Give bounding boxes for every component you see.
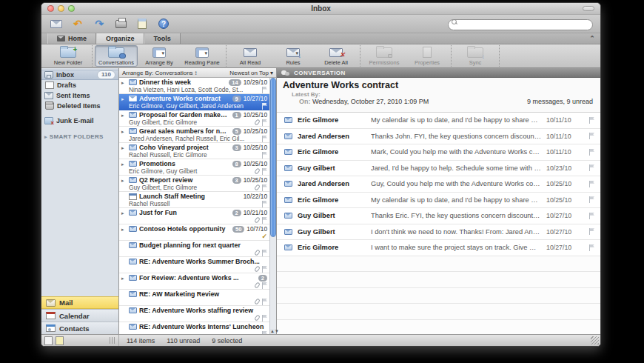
flag-icon[interactable]: [261, 119, 267, 126]
list-item[interactable]: ▸Contoso Hotels opportunity5010/7/10 ✓: [119, 224, 269, 241]
all-read-button[interactable]: All Read: [229, 45, 272, 67]
help-button[interactable]: ?: [156, 17, 171, 30]
flag-icon[interactable]: [261, 136, 267, 142]
list-item[interactable]: ▸Just for Fun210/21/10: [119, 208, 269, 224]
disclosure-icon[interactable]: ▸: [121, 276, 127, 281]
flag-icon[interactable]: [261, 184, 267, 191]
flag-icon[interactable]: [261, 217, 267, 224]
conversation-message-row[interactable]: Eric Gilmore I want to make sure the pro…: [277, 240, 600, 256]
list-item[interactable]: RE: AW Marketing Review: [119, 290, 269, 306]
flag-icon[interactable]: [261, 266, 267, 273]
flag-icon[interactable]: [261, 250, 267, 256]
print-button[interactable]: [113, 17, 128, 30]
list-item[interactable]: Launch Staff Meeting10/22/10 Rachel Russ…: [119, 192, 269, 208]
sidebar-item-inbox[interactable]: Inbox 110: [41, 70, 118, 80]
list-item[interactable]: ▸Dinner this week1410/29/10 Nina Vietzen…: [119, 78, 269, 94]
list-item[interactable]: ▸For Review: Adventure Works ...2: [119, 273, 269, 290]
disclosure-icon[interactable]: ▸: [121, 145, 127, 150]
conversation-message-row[interactable]: Jared Andersen Guy, Could you help me wi…: [277, 176, 600, 193]
properties-button[interactable]: Properties: [406, 45, 449, 67]
flag-icon[interactable]: [588, 164, 594, 171]
nav-mail-button[interactable]: Mail: [41, 296, 118, 309]
nav-contacts-button[interactable]: Contacts: [41, 322, 118, 334]
sidebar-item-sent[interactable]: Sent Items: [41, 90, 118, 101]
list-item[interactable]: ▸Q2 Report review310/25/10 Guy Gilbert, …: [119, 176, 269, 192]
new-folder-button[interactable]: + New Folder: [47, 45, 90, 67]
sort-order-control[interactable]: Newest on Top ▾: [229, 70, 273, 76]
disclosure-icon[interactable]: ▸: [121, 161, 127, 167]
list-item[interactable]: ▸Coho Vineyard project310/25/10 Rachel R…: [119, 143, 269, 159]
flag-icon[interactable]: [261, 201, 267, 207]
flag-icon[interactable]: [261, 299, 267, 305]
conversation-message-row[interactable]: Guy Gilbert Thanks Eric. FYI, the key qu…: [277, 208, 600, 224]
sidebar-item-junk[interactable]: Junk E-mail: [41, 116, 118, 126]
disclosure-icon[interactable]: ▸: [121, 227, 127, 232]
my-day-button[interactable]: [135, 17, 150, 30]
reading-pane-button[interactable]: ▾ Reading Pane: [181, 45, 224, 67]
list-scrollbar-thumb[interactable]: [270, 78, 276, 237]
pane-resize-handle[interactable]: [110, 337, 115, 344]
conversation-message-row[interactable]: Eric Gilmore My calendar is up to date, …: [277, 113, 600, 129]
conversation-message-row[interactable]: Guy Gilbert Jared, I'd be happy to help.…: [277, 161, 600, 177]
flag-icon[interactable]: [588, 133, 594, 139]
ribbon-collapse-button[interactable]: ⌃: [584, 33, 600, 44]
list-item[interactable]: RE: Adventure Works Summer Broch...: [119, 257, 269, 273]
notes-icon-button[interactable]: [56, 336, 64, 345]
search-input[interactable]: [448, 19, 593, 30]
sync-button[interactable]: ↓ Sync: [454, 45, 497, 67]
conversation-message-row[interactable]: Jared Andersen Thanks John. FYI, the key…: [277, 129, 600, 145]
disclosure-icon[interactable]: ▸: [121, 178, 127, 183]
title-bar[interactable]: Inbox: [41, 3, 600, 15]
flag-icon[interactable]: [588, 149, 594, 156]
toolbar-toggle-button[interactable]: [583, 6, 594, 11]
conversation-message-row[interactable]: Eric Gilmore My calendar is up to date, …: [277, 193, 600, 209]
flag-icon[interactable]: [261, 103, 267, 110]
list-item-selected[interactable]: ▸Adventure Works contract910/27/10 Eric …: [119, 94, 269, 110]
list-item[interactable]: ▸Proposal for Garden makeover110/25/10 G…: [119, 110, 269, 127]
permissions-button[interactable]: Permissions: [363, 45, 406, 67]
send-receive-button[interactable]: [49, 17, 64, 30]
undo-button[interactable]: ↶: [70, 17, 85, 30]
redo-button[interactable]: ↷: [92, 17, 107, 30]
nav-calendar-button[interactable]: Calendar: [41, 309, 118, 322]
delete-all-button[interactable]: ✕ Delete All: [315, 45, 358, 67]
tab-home[interactable]: Home: [47, 33, 96, 44]
list-scrollbar[interactable]: ▲▼: [269, 78, 276, 334]
list-item[interactable]: RE: Adventure Works Interns' Luncheon: [119, 322, 269, 334]
scroll-arrows[interactable]: ▲▼: [270, 329, 276, 334]
arrange-by-button[interactable]: ▾ Arrange By: [138, 45, 181, 67]
disclosure-icon[interactable]: ▸: [121, 113, 127, 118]
flag-icon[interactable]: [261, 168, 267, 175]
conversation-message-row[interactable]: Guy Gilbert I don't think we need to now…: [277, 224, 600, 241]
list-item[interactable]: ▸Promotions810/25/10 Eric Gilmore, Guy G…: [119, 159, 269, 176]
flag-icon[interactable]: [588, 213, 594, 219]
smart-folders-section[interactable]: ▸ SMART FOLDERS: [41, 133, 118, 140]
disclosure-icon[interactable]: ▸: [121, 96, 127, 101]
tasks-icon-button[interactable]: [44, 336, 53, 345]
list-item[interactable]: RE: Adventure Works staffing review: [119, 306, 269, 322]
list-item[interactable]: ▸Great sales numbers for new d...510/25/…: [119, 127, 269, 143]
arrange-by-control[interactable]: Arrange By: Conversations: [122, 70, 193, 76]
flag-icon[interactable]: [261, 152, 267, 159]
conversation-message-row[interactable]: Eric Gilmore Mark, Could you help me wit…: [277, 144, 600, 161]
flag-icon[interactable]: [588, 196, 594, 203]
flag-icon[interactable]: [588, 228, 594, 235]
conversations-button[interactable]: Conversations: [95, 45, 138, 67]
sidebar-item-drafts[interactable]: Drafts: [41, 80, 118, 90]
flag-icon[interactable]: [588, 117, 594, 124]
flag-icon[interactable]: [261, 282, 267, 289]
flag-icon[interactable]: [261, 315, 267, 322]
flag-icon[interactable]: [588, 181, 594, 187]
window-resize-grip[interactable]: [591, 336, 599, 344]
disclosure-icon[interactable]: ▸: [121, 210, 127, 216]
flag-icon[interactable]: [261, 87, 267, 93]
rules-button[interactable]: ↓▾ Rules: [272, 45, 315, 67]
flag-icon[interactable]: [588, 244, 594, 251]
disclosure-icon[interactable]: ▸: [121, 80, 127, 85]
sort-updown-icon[interactable]: ↕: [195, 70, 198, 76]
sidebar-item-deleted[interactable]: Deleted Items: [41, 101, 118, 111]
disclosure-icon[interactable]: ▸: [121, 129, 127, 134]
tab-organize[interactable]: Organize: [96, 33, 144, 44]
tab-tools[interactable]: Tools: [144, 33, 181, 44]
list-item[interactable]: Budget planning for next quarter: [119, 241, 269, 257]
